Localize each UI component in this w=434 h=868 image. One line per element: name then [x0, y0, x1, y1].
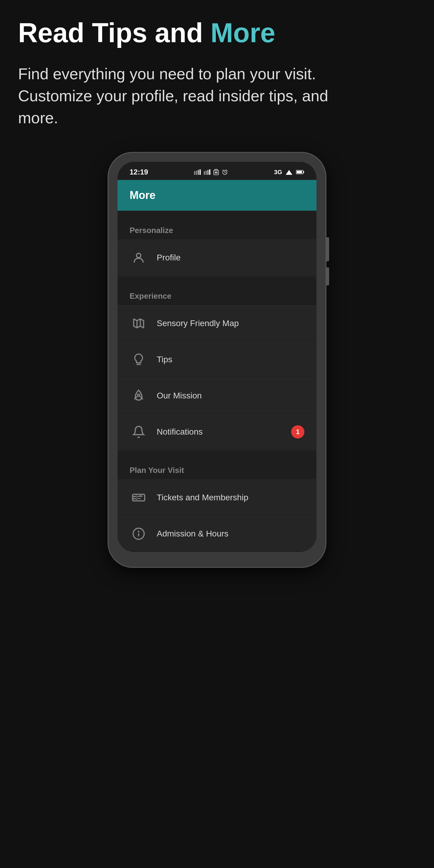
svg-rect-9	[215, 172, 218, 174]
hero-title: Read Tips and More	[18, 18, 416, 48]
svg-marker-11	[286, 170, 292, 175]
menu-item-sensory-map[interactable]: Sensory Friendly Map	[118, 306, 316, 341]
svg-rect-7	[209, 169, 210, 175]
battery-icon	[296, 170, 304, 175]
ticket-icon	[130, 489, 148, 507]
section-personalize: Personalize	[118, 217, 316, 240]
section-spacer-personalize	[118, 211, 316, 217]
svg-rect-1	[196, 170, 197, 175]
bell-icon	[130, 423, 148, 441]
person-icon	[130, 249, 148, 267]
lightbulb-icon	[130, 350, 148, 369]
menu-item-admission-label: Admission & Hours	[157, 529, 228, 538]
hero-subtitle: Find everything you need to plan your vi…	[18, 63, 350, 129]
phone-side-button2	[326, 267, 329, 285]
network-type: 3G	[274, 169, 282, 176]
section-spacer-experience	[118, 276, 316, 282]
svg-rect-3	[199, 169, 201, 175]
phone-container: 12:19	[18, 153, 416, 567]
phone-mockup: 12:19	[108, 153, 326, 567]
menu-item-mission[interactable]: Our Mission	[118, 378, 316, 413]
section-plan: Plan Your Visit	[118, 457, 316, 479]
svg-rect-6	[207, 170, 209, 175]
app-header: More	[118, 180, 316, 211]
section-experience: Experience	[118, 282, 316, 305]
alarm-icon	[222, 169, 228, 175]
menu-item-tickets[interactable]: Tickets and Membership	[118, 480, 316, 515]
status-time: 12:19	[130, 168, 148, 176]
notifications-badge: 1	[291, 425, 304, 438]
map-icon	[130, 314, 148, 333]
menu-item-sensory-label: Sensory Friendly Map	[157, 318, 239, 328]
status-right: 3G	[274, 169, 304, 176]
menu-item-tips-label: Tips	[157, 355, 173, 364]
svg-point-20	[137, 394, 140, 396]
menu-item-profile[interactable]: Profile	[118, 240, 316, 275]
menu-item-admission[interactable]: Admission & Hours	[118, 516, 316, 551]
svg-rect-13	[303, 171, 304, 173]
hero-title-highlight: More	[210, 18, 275, 48]
menu-item-notifications-label: Notifications	[157, 427, 203, 437]
app-header-title: More	[130, 189, 156, 202]
menu-content: Personalize Profile	[118, 211, 316, 551]
svg-rect-23	[139, 495, 142, 497]
page-wrapper: Read Tips and More Find everything you n…	[0, 0, 434, 868]
menu-item-tips[interactable]: Tips	[118, 342, 316, 377]
status-bar: 12:19	[118, 162, 316, 180]
svg-rect-5	[206, 170, 207, 175]
rocket-icon	[130, 387, 148, 405]
svg-rect-14	[297, 171, 302, 173]
svg-point-15	[136, 253, 141, 258]
svg-rect-4	[204, 171, 205, 175]
sim-icon	[213, 169, 219, 175]
phone-side-button	[326, 237, 329, 261]
network-signal-icon	[286, 169, 292, 175]
svg-rect-0	[194, 171, 195, 175]
svg-rect-21	[133, 494, 145, 501]
menu-item-profile-label: Profile	[157, 253, 181, 262]
signal-icon1	[194, 169, 201, 175]
hero-title-plain: Read Tips and	[18, 18, 210, 48]
phone-inner: 12:19	[118, 162, 316, 552]
section-spacer-plan	[118, 451, 316, 457]
info-icon	[130, 525, 148, 543]
menu-item-notifications[interactable]: Notifications 1	[118, 414, 316, 450]
svg-rect-2	[198, 170, 199, 175]
menu-item-tickets-label: Tickets and Membership	[157, 493, 248, 502]
menu-item-mission-label: Our Mission	[157, 391, 202, 401]
status-icons	[194, 169, 228, 175]
signal-icon2	[204, 169, 210, 175]
